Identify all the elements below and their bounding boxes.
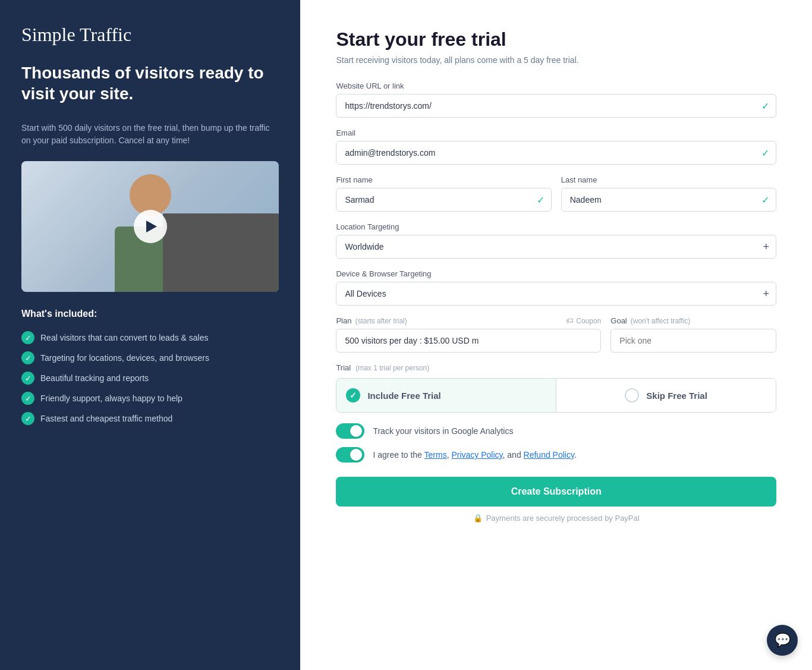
play-icon [146, 221, 157, 232]
terms-link[interactable]: Terms [424, 450, 447, 460]
plan-group: Plan (starts after trial) 🏷 Coupon 500 v… [336, 316, 601, 353]
url-input[interactable] [336, 94, 776, 118]
url-group: Website URL or link ✓ [336, 81, 776, 118]
goal-label-row: Goal (won't affect traffic) [610, 316, 776, 325]
email-label: Email [336, 128, 776, 137]
goal-input-wrapper [610, 329, 776, 353]
include-trial-radio: ✓ [346, 388, 360, 402]
location-select-wrapper: Worldwide + [336, 235, 776, 259]
logo: Simple Traffic [21, 24, 279, 46]
agree-toggle-knob [350, 449, 362, 461]
trial-sub-label: (max 1 trial per person) [355, 364, 429, 372]
analytics-toggle[interactable] [336, 423, 364, 439]
email-input-wrapper: ✓ [336, 141, 776, 165]
email-group: Email ✓ [336, 128, 776, 165]
feature-text: Friendly support, always happy to help [40, 394, 182, 403]
goal-sub-label: (won't affect traffic) [631, 317, 691, 325]
agree-text: I agree to the Terms, Privacy Policy, an… [373, 450, 576, 460]
device-label: Device & Browser Targeting [336, 269, 776, 278]
privacy-link[interactable]: Privacy Policy [451, 450, 502, 460]
email-input[interactable] [336, 141, 776, 165]
left-panel: Simple Traffic Thousands of visitors rea… [0, 0, 300, 670]
location-group: Location Targeting Worldwide + [336, 222, 776, 259]
check-icon: ✓ [21, 412, 34, 425]
toggle-knob [350, 425, 362, 437]
last-name-label: Last name [561, 175, 776, 184]
tag-icon: 🏷 [566, 316, 574, 325]
list-item: ✓ Fastest and cheapest traffic method [21, 412, 279, 425]
check-icon: ✓ [21, 392, 34, 405]
agree-toggle-row: I agree to the Terms, Privacy Policy, an… [336, 447, 776, 463]
feature-text: Beautiful tracking and reports [40, 373, 149, 383]
goal-label: Goal [610, 316, 627, 325]
plan-select[interactable]: 500 visitors per day : $15.00 USD m [336, 329, 601, 353]
analytics-toggle-row: Track your visitors in Google Analytics [336, 423, 776, 439]
trial-label: Trial [336, 363, 351, 372]
first-name-wrapper: ✓ [336, 188, 551, 212]
include-trial-option[interactable]: ✓ Include Free Trial [336, 379, 556, 412]
list-item: ✓ Beautiful tracking and reports [21, 372, 279, 385]
url-check-icon: ✓ [761, 100, 769, 112]
check-icon: ✓ [21, 331, 34, 344]
first-name-group: First name ✓ [336, 175, 551, 212]
secure-text: Payments are securely processed by PayPa… [486, 514, 640, 523]
last-name-wrapper: ✓ [561, 188, 776, 212]
goal-input[interactable] [610, 329, 776, 353]
goal-group: Goal (won't affect traffic) [610, 316, 776, 353]
form-title: Start your free trial [336, 29, 776, 51]
feature-list: ✓ Real visitors that can convert to lead… [21, 331, 279, 425]
analytics-toggle-label: Track your visitors in Google Analytics [373, 426, 513, 436]
include-trial-label: Include Free Trial [367, 391, 440, 401]
plan-sub-label: (starts after trial) [355, 317, 407, 325]
right-panel: Start your free trial Start receiving vi… [300, 0, 812, 670]
url-input-wrapper: ✓ [336, 94, 776, 118]
skip-trial-label: Skip Free Trial [646, 391, 707, 401]
url-label: Website URL or link [336, 81, 776, 90]
coupon-badge[interactable]: 🏷 Coupon [566, 316, 601, 325]
play-button[interactable] [134, 210, 167, 243]
form-subtitle: Start receiving visitors today, all plan… [336, 55, 776, 65]
tagline-heading: Thousands of visitors ready to visit you… [21, 62, 279, 104]
agree-toggle[interactable] [336, 447, 364, 463]
first-name-label: First name [336, 175, 551, 184]
list-item: ✓ Real visitors that can convert to lead… [21, 331, 279, 344]
device-plus-icon: + [763, 288, 769, 300]
trial-toggle-row: ✓ Include Free Trial Skip Free Trial [336, 378, 776, 413]
location-label: Location Targeting [336, 222, 776, 231]
trial-label-row: Trial (max 1 trial per person) [336, 363, 776, 372]
plan-goal-row: Plan (starts after trial) 🏷 Coupon 500 v… [336, 316, 776, 353]
lock-icon: 🔒 [473, 514, 483, 523]
coupon-label: Coupon [576, 317, 601, 325]
location-plus-icon: + [763, 241, 769, 253]
refund-link[interactable]: Refund Policy [524, 450, 574, 460]
last-name-input[interactable] [561, 188, 776, 212]
name-row: First name ✓ Last name ✓ [336, 175, 776, 222]
list-item: ✓ Friendly support, always happy to help [21, 392, 279, 405]
feature-text: Targeting for locations, devices, and br… [40, 353, 209, 363]
chat-icon: 💬 [775, 633, 791, 648]
create-subscription-button[interactable]: Create Subscription [336, 477, 776, 507]
feature-text: Real visitors that can convert to leads … [40, 333, 208, 342]
tagline-subtext: Start with 500 daily visitors on the fre… [21, 122, 279, 147]
list-item: ✓ Targeting for locations, devices, and … [21, 351, 279, 364]
device-group: Device & Browser Targeting All Devices + [336, 269, 776, 306]
check-icon: ✓ [21, 372, 34, 385]
email-check-icon: ✓ [761, 147, 769, 159]
device-select[interactable]: All Devices [336, 282, 776, 306]
first-name-check-icon: ✓ [537, 194, 545, 206]
last-name-group: Last name ✓ [561, 175, 776, 212]
plan-label-row: Plan (starts after trial) 🏷 Coupon [336, 316, 601, 325]
skip-trial-radio [625, 388, 639, 402]
first-name-input[interactable] [336, 188, 551, 212]
location-select[interactable]: Worldwide [336, 235, 776, 259]
check-icon: ✓ [21, 351, 34, 364]
chat-bubble[interactable]: 💬 [767, 625, 798, 656]
last-name-check-icon: ✓ [761, 194, 769, 206]
whats-included-heading: What's included: [21, 309, 279, 319]
device-select-wrapper: All Devices + [336, 282, 776, 306]
feature-text: Fastest and cheapest traffic method [40, 414, 172, 423]
secure-row: 🔒 Payments are securely processed by Pay… [336, 514, 776, 523]
skip-trial-option[interactable]: Skip Free Trial [556, 379, 776, 412]
video-thumbnail[interactable] [21, 161, 279, 292]
plan-select-wrapper: 500 visitors per day : $15.00 USD m [336, 329, 601, 353]
